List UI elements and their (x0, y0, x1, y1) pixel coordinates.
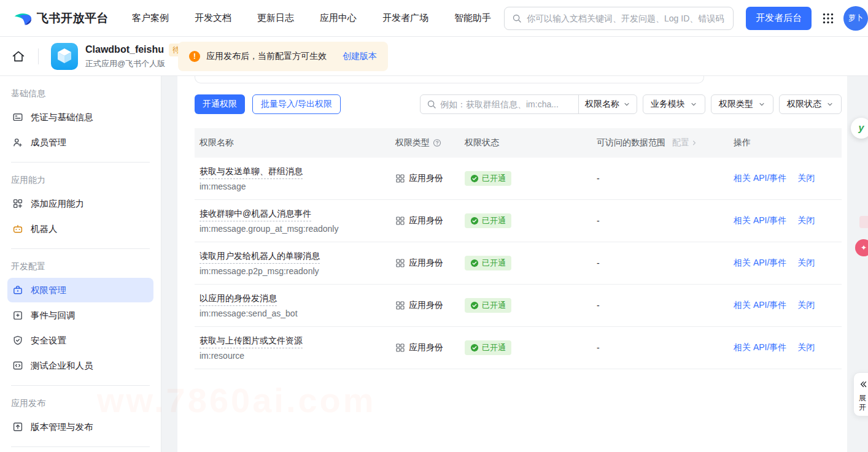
assistant-fab[interactable]: y (851, 118, 868, 139)
action-link-1[interactable]: 关闭 (797, 215, 815, 226)
permission-type-label: 应用身份 (409, 258, 443, 269)
app-header: Clawdbot_feishu 待上线 正式应用@飞书个人版 ! 应用发布后，当… (0, 37, 868, 76)
chevron-down-icon (826, 101, 834, 108)
member-add-icon (12, 137, 23, 148)
expand-panel-button[interactable]: 展开 (853, 372, 868, 416)
sparkle-fab[interactable]: ✦ (855, 239, 868, 256)
cell-permission-name: 以应用的身份发消息im:message:send_as_bot (200, 293, 395, 318)
topnav-search[interactable] (504, 7, 734, 30)
sidebar-item-member-add[interactable]: 成员管理 (7, 130, 153, 155)
col-data-scope: 可访问的数据范围 配置 (597, 137, 734, 148)
sidebar-item-publish[interactable]: 版本管理与发布 (7, 415, 153, 439)
action-link-0[interactable]: 相关 API/事件 (734, 258, 786, 269)
apps-grid-icon[interactable] (821, 12, 835, 25)
cell-permission-name: 接收群聊中@机器人消息事件im:message.group_at_msg:rea… (200, 209, 395, 234)
permission-name[interactable]: 读取用户发给机器人的单聊消息 (200, 251, 320, 264)
filter-label: 权限类型 (719, 99, 753, 110)
action-link-0[interactable]: 相关 API/事件 (734, 173, 786, 184)
grid-plus-icon (12, 198, 23, 209)
scope-config-label: 配置 (672, 137, 689, 148)
chevron-right-icon (691, 139, 698, 147)
search-icon (427, 99, 436, 109)
cell-data-scope: - (597, 343, 734, 353)
permission-type-label: 应用身份 (409, 342, 443, 353)
publish-icon (12, 421, 23, 432)
permission-code: im:message.group_at_msg:readonly (200, 224, 338, 234)
grid4-icon (395, 174, 405, 183)
filter-pill-2[interactable]: 权限状态 (779, 94, 842, 114)
table-rows: 获取与发送单聊、群组消息im:message应用身份已开通-相关 API/事件关… (195, 158, 842, 369)
action-link-1[interactable]: 关闭 (797, 300, 815, 311)
help-icon[interactable] (433, 139, 441, 147)
sidebar: 基础信息凭证与基础信息成员管理应用能力添加应用能力机器人开发配置权限管理事件与回… (0, 76, 161, 452)
open-permission-button[interactable]: 开通权限 (195, 94, 245, 114)
filter-pill-1[interactable]: 权限类型 (711, 94, 773, 114)
filter-pill-0[interactable]: 业务模块 (643, 94, 705, 114)
sidebar-item-event[interactable]: 事件与回调 (7, 303, 153, 328)
nav-item-1[interactable]: 开发文档 (195, 12, 231, 24)
permissions-toolbar: 开通权限 批量导入/导出权限 权限名称 业务模块权 (195, 94, 847, 114)
cell-permission-type: 应用身份 (395, 342, 465, 353)
permission-name[interactable]: 获取与发送单聊、群组消息 (200, 166, 303, 179)
grid4-icon (395, 343, 405, 353)
topnav-search-input[interactable] (527, 13, 726, 23)
nav-item-4[interactable]: 开发者广场 (382, 12, 428, 24)
action-link-0[interactable]: 相关 API/事件 (734, 215, 786, 226)
sidebar-item-id-card[interactable]: 凭证与基础信息 (7, 105, 153, 129)
cell-permission-status: 已开通 (465, 256, 597, 270)
sidebar-item-code[interactable]: 测试企业和人员 (7, 353, 153, 378)
scope-config-link[interactable]: 配置 (672, 137, 698, 148)
sidebar-item-permission[interactable]: 权限管理 (7, 278, 153, 302)
nav-item-3[interactable]: 应用中心 (320, 12, 357, 24)
cell-permission-type: 应用身份 (395, 258, 465, 269)
mini-widget[interactable] (859, 216, 868, 228)
avatar[interactable]: 萝卜 (843, 6, 868, 31)
status-badge: 已开通 (465, 298, 511, 313)
col-permission-name: 权限名称 (200, 137, 395, 148)
developer-console-button[interactable]: 开发者后台 (746, 7, 812, 30)
action-link-1[interactable]: 关闭 (797, 258, 815, 269)
search-category-select[interactable]: 权限名称 (579, 99, 637, 110)
sidebar-item-label: 机器人 (31, 223, 58, 235)
right-rail: y ✦ 展开 (847, 76, 868, 452)
sidebar-item-label: 安全设置 (31, 335, 66, 347)
create-version-link[interactable]: 创建版本 (343, 51, 377, 62)
grid4-icon (395, 258, 405, 268)
nav-item-5[interactable]: 智能助手 (454, 12, 491, 24)
action-link-0[interactable]: 相关 API/事件 (734, 300, 786, 311)
action-link-1[interactable]: 关闭 (797, 342, 815, 353)
action-link-0[interactable]: 相关 API/事件 (734, 342, 786, 353)
check-circle-icon (470, 259, 479, 267)
nav-item-2[interactable]: 更新日志 (257, 12, 294, 24)
sidebar-item-grid-plus[interactable]: 添加应用能力 (7, 191, 153, 216)
batch-import-export-button[interactable]: 批量导入/导出权限 (252, 94, 341, 114)
permission-name[interactable]: 接收群聊中@机器人消息事件 (200, 209, 311, 221)
publish-banner: ! 应用发布后，当前配置方可生效 创建版本 (178, 42, 388, 71)
sidebar-item-robot[interactable]: 机器人 (7, 216, 153, 241)
sidebar-item-label: 测试企业和人员 (31, 360, 93, 372)
sidebar-group-heading: 基础信息 (7, 83, 153, 104)
action-link-1[interactable]: 关闭 (797, 173, 815, 184)
brand[interactable]: 飞书开放平台 (14, 9, 109, 28)
separator (11, 446, 150, 447)
permission-name[interactable]: 以应用的身份发消息 (200, 293, 277, 306)
nav-item-0[interactable]: 客户案例 (132, 12, 169, 24)
sidebar-group-heading: 开发配置 (7, 256, 153, 277)
check-circle-icon (470, 174, 479, 183)
permission-type-label: 应用身份 (409, 173, 443, 184)
permission-name[interactable]: 获取与上传图片或文件资源 (200, 335, 303, 348)
permission-code: im:message (200, 182, 246, 191)
banner-text: 应用发布后，当前配置方可生效 (206, 51, 327, 62)
col-permission-status: 权限状态 (465, 137, 597, 148)
permission-search[interactable]: 权限名称 (420, 94, 637, 114)
permission-row: 接收群聊中@机器人消息事件im:message.group_at_msg:rea… (195, 200, 842, 242)
cell-permission-status: 已开通 (465, 213, 597, 228)
separator (11, 248, 150, 249)
status-badge: 已开通 (465, 340, 511, 355)
filter-label: 权限状态 (787, 99, 821, 110)
sidebar-item-shield-check[interactable]: 安全设置 (7, 328, 153, 353)
home-icon[interactable] (11, 49, 26, 64)
robot-icon (12, 223, 23, 234)
cell-permission-status: 已开通 (465, 298, 597, 313)
permission-search-input[interactable] (440, 99, 578, 109)
